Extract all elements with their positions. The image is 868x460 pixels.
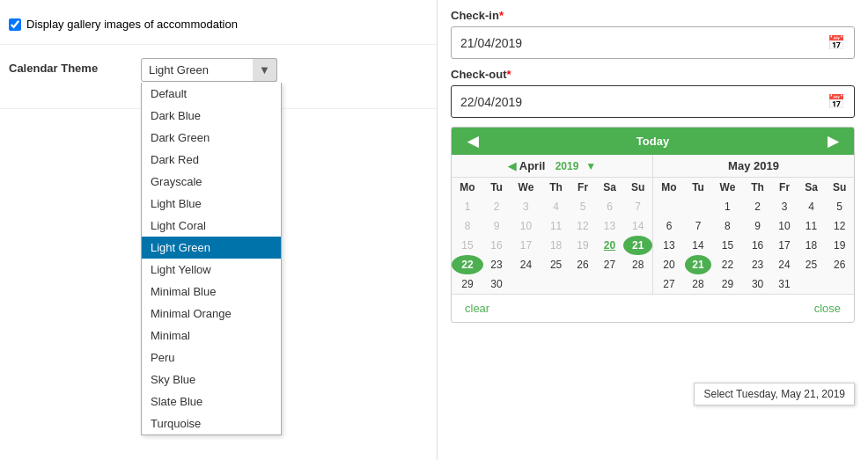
april-w4-fr[interactable]: 26 bbox=[570, 255, 595, 274]
may-w1-sa-4[interactable]: 4 bbox=[798, 197, 826, 216]
may-w1-we-1[interactable]: 1 bbox=[711, 197, 744, 216]
may-w3-we-15[interactable]: 15 bbox=[711, 236, 744, 255]
checkout-input-wrapper[interactable]: 📅 bbox=[451, 85, 855, 118]
option-light-coral[interactable]: Light Coral bbox=[142, 215, 281, 237]
may-w1-su-5[interactable]: 5 bbox=[825, 197, 854, 216]
april-w4-tu[interactable]: 23 bbox=[483, 255, 510, 274]
may-w4-th-23[interactable]: 23 bbox=[744, 255, 772, 274]
april-w2-sa[interactable]: 13 bbox=[596, 216, 624, 236]
option-dark-green[interactable]: Dark Green bbox=[142, 127, 281, 149]
april-w3-su-21[interactable]: 21 bbox=[623, 236, 652, 255]
april-w3-mo[interactable]: 15 bbox=[452, 236, 483, 255]
may-w5-mo-27[interactable]: 27 bbox=[653, 274, 685, 294]
april-w1: 1 2 3 4 5 6 7 bbox=[452, 197, 652, 216]
may-w4-fr-24[interactable]: 24 bbox=[771, 255, 797, 274]
april-w3-fr[interactable]: 19 bbox=[570, 236, 595, 255]
next-arrow[interactable]: ▶ bbox=[820, 133, 845, 150]
april-w4-mo-22[interactable]: 22 bbox=[452, 255, 483, 274]
option-grayscale[interactable]: Grayscale bbox=[142, 171, 281, 193]
april-w1-th[interactable]: 4 bbox=[542, 197, 570, 216]
may-w3-su-19[interactable]: 19 bbox=[825, 236, 854, 255]
prev-arrow[interactable]: ◀ bbox=[460, 133, 485, 150]
may-w3-th-16[interactable]: 16 bbox=[744, 236, 772, 255]
april-w1-fr[interactable]: 5 bbox=[570, 197, 595, 216]
may-w2-tu-7[interactable]: 7 bbox=[685, 216, 711, 236]
checkout-calendar-icon[interactable]: 📅 bbox=[828, 93, 845, 110]
may-w3-fr-17[interactable]: 17 bbox=[771, 236, 797, 255]
may-w4-sa-25[interactable]: 25 bbox=[798, 255, 826, 274]
checkin-input-wrapper[interactable]: 📅 bbox=[451, 26, 855, 59]
option-light-blue[interactable]: Light Blue bbox=[142, 193, 281, 215]
april-w1-su[interactable]: 7 bbox=[623, 197, 652, 216]
april-w3-tu[interactable]: 16 bbox=[483, 236, 510, 255]
option-dark-red[interactable]: Dark Red bbox=[142, 149, 281, 171]
may-w4-mo-20[interactable]: 20 bbox=[653, 255, 685, 274]
april-w5-we-empty bbox=[510, 274, 542, 294]
april-header: ◀ April 2019 ▼ bbox=[452, 155, 652, 178]
april-w2-th[interactable]: 11 bbox=[542, 216, 570, 236]
may-th-tu: Tu bbox=[685, 178, 711, 197]
option-light-yellow[interactable]: Light Yellow bbox=[142, 259, 281, 281]
may-w2-fr-10[interactable]: 10 bbox=[771, 216, 797, 236]
clear-button[interactable]: clear bbox=[465, 302, 489, 315]
may-w2-we-8[interactable]: 8 bbox=[711, 216, 744, 236]
may-w2: 6 7 8 9 10 11 12 bbox=[653, 216, 854, 236]
may-w4-tu-21[interactable]: 21 bbox=[685, 255, 711, 274]
april-w1-sa[interactable]: 6 bbox=[596, 197, 624, 216]
option-light-green[interactable]: Light Green bbox=[142, 237, 281, 259]
option-default[interactable]: Default bbox=[142, 83, 281, 105]
may-w1-th-2[interactable]: 2 bbox=[744, 197, 772, 216]
may-w2-th-9[interactable]: 9 bbox=[744, 216, 772, 236]
may-w4-we-22[interactable]: 22 bbox=[711, 255, 744, 274]
april-w4-th[interactable]: 25 bbox=[542, 255, 570, 274]
april-w2-tu[interactable]: 9 bbox=[483, 216, 510, 236]
option-minimal-orange[interactable]: Minimal Orange bbox=[142, 303, 281, 325]
may-w5-th-30[interactable]: 30 bbox=[744, 274, 772, 294]
gallery-checkbox[interactable] bbox=[9, 18, 21, 31]
may-w1-fr-3[interactable]: 3 bbox=[771, 197, 797, 216]
option-dark-blue[interactable]: Dark Blue bbox=[142, 105, 281, 127]
april-w4-we[interactable]: 24 bbox=[510, 255, 542, 274]
april-w3-th[interactable]: 18 bbox=[542, 236, 570, 255]
april-w2-we[interactable]: 10 bbox=[510, 216, 542, 236]
may-w5-we-29[interactable]: 29 bbox=[711, 274, 744, 294]
april-w5-tu[interactable]: 30 bbox=[483, 274, 510, 294]
option-minimal[interactable]: Minimal bbox=[142, 325, 281, 347]
april-w2-fr[interactable]: 12 bbox=[570, 216, 595, 236]
selected-theme[interactable]: Light Green bbox=[142, 59, 276, 81]
option-slate-blue[interactable]: Slate Blue bbox=[142, 391, 281, 413]
may-w5-fr-31[interactable]: 31 bbox=[771, 274, 797, 294]
may-title: May 2019 bbox=[728, 159, 779, 172]
april-w1-mo[interactable]: 1 bbox=[452, 197, 483, 216]
april-w4-su[interactable]: 28 bbox=[623, 255, 652, 274]
calendar-theme-row: Calendar Theme Light Green ▼ Default Dar… bbox=[0, 49, 440, 109]
april-w4-sa[interactable]: 27 bbox=[596, 255, 624, 274]
may-th-th: Th bbox=[744, 178, 772, 197]
may-w4-su-26[interactable]: 26 bbox=[825, 255, 854, 274]
may-w2-su-12[interactable]: 12 bbox=[825, 216, 854, 236]
april-next[interactable]: ▼ bbox=[582, 160, 600, 172]
option-minimal-blue[interactable]: Minimal Blue bbox=[142, 281, 281, 303]
cal-month-april: ◀ April 2019 ▼ Mo Tu We Th Fr Sa bbox=[452, 155, 652, 294]
may-w3-sa-18[interactable]: 18 bbox=[798, 236, 826, 255]
close-button[interactable]: close bbox=[814, 302, 841, 315]
april-w1-tu[interactable]: 2 bbox=[483, 197, 510, 216]
april-w3-we[interactable]: 17 bbox=[510, 236, 542, 255]
may-w3-mo-13[interactable]: 13 bbox=[653, 236, 685, 255]
april-w5-mo[interactable]: 29 bbox=[452, 274, 483, 294]
option-sky-blue[interactable]: Sky Blue bbox=[142, 369, 281, 391]
option-turquoise[interactable]: Turquoise bbox=[142, 413, 281, 434]
option-peru[interactable]: Peru bbox=[142, 347, 281, 369]
checkin-input[interactable] bbox=[460, 36, 828, 50]
april-w2-mo[interactable]: 8 bbox=[452, 216, 483, 236]
may-w2-sa-11[interactable]: 11 bbox=[798, 216, 826, 236]
april-w2-su[interactable]: 14 bbox=[623, 216, 652, 236]
april-w1-we[interactable]: 3 bbox=[510, 197, 542, 216]
checkin-calendar-icon[interactable]: 📅 bbox=[828, 34, 845, 51]
may-w5-tu-28[interactable]: 28 bbox=[685, 274, 711, 294]
april-w3-sa-20[interactable]: 20 bbox=[596, 236, 624, 255]
checkout-input[interactable] bbox=[460, 95, 828, 109]
may-w2-mo-6[interactable]: 6 bbox=[653, 216, 685, 236]
april-prev[interactable]: ◀ bbox=[504, 160, 519, 172]
may-w3-tu-14[interactable]: 14 bbox=[685, 236, 711, 255]
